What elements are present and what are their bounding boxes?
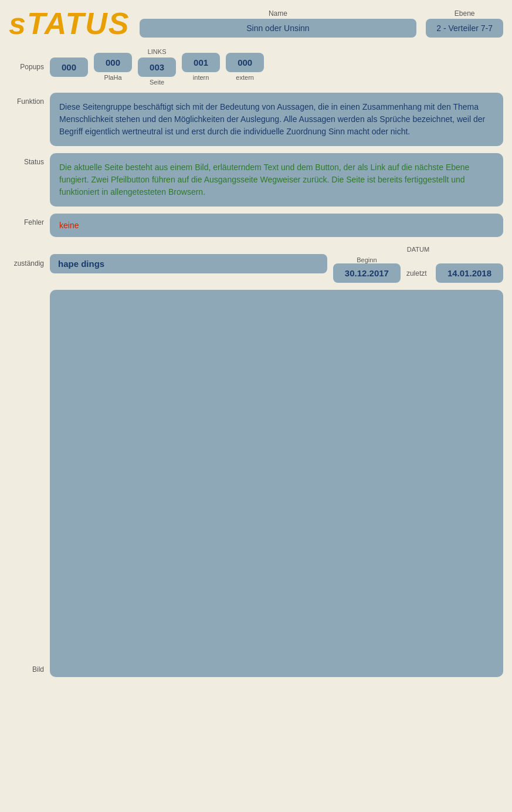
fehler-text: keine	[59, 221, 79, 230]
plaha-value[interactable]: 000	[94, 53, 132, 72]
zuletzt-label: zuletzt	[406, 260, 430, 278]
fehler-section: Fehler keine	[9, 214, 503, 237]
datum-label: DATUM	[407, 246, 429, 253]
header-row: sTATUS Name Sinn oder Unsinn Ebene 2 - V…	[9, 6, 503, 41]
intern-badge-wrap: 001 intern	[182, 53, 220, 81]
bild-section: Bild	[9, 290, 503, 677]
links-label: LINKS	[148, 48, 167, 55]
name-value[interactable]: Sinn oder Unsinn	[140, 19, 417, 38]
beginn-value[interactable]: 30.12.2017	[333, 263, 401, 283]
fehler-box[interactable]: keine	[50, 214, 503, 237]
plaha-badge-wrap: 000 PlaHa	[94, 53, 132, 81]
zustaendig-row: zuständig hape dings DATUM Beginn 30.12.…	[9, 244, 503, 283]
bild-label: Bild	[9, 290, 44, 674]
extern-badge-wrap: 000 extern	[226, 53, 264, 81]
popups-label: Popups	[9, 63, 44, 71]
ebene-field-wrap: Ebene 2 - Verteiler 7-7	[426, 9, 503, 38]
ebene-value[interactable]: 2 - Verteiler 7-7	[426, 19, 503, 38]
intern-value[interactable]: 001	[182, 53, 220, 72]
funktion-section: Funktion Diese Seitengruppe beschäftigt …	[9, 93, 503, 146]
app-title: sTATUS	[9, 6, 130, 41]
name-field-wrap: Name Sinn oder Unsinn	[140, 9, 417, 38]
zuletzt-wrap: 14.01.2018	[436, 254, 503, 283]
extern-label: extern	[236, 74, 254, 81]
funktion-text[interactable]: Diese Seitengruppe beschäftigt sich mit …	[50, 93, 503, 146]
name-label: Name	[269, 9, 287, 18]
zustaendig-label: zuständig	[9, 259, 44, 268]
bild-box	[50, 290, 503, 677]
ebene-label: Ebene	[455, 9, 475, 18]
popups-badge-wrap: 000	[50, 57, 88, 77]
person-badge-wrap: hape dings	[50, 254, 327, 273]
extern-value[interactable]: 000	[226, 53, 264, 72]
datum-group: DATUM Beginn 30.12.2017 zuletzt 14.01.20…	[333, 244, 503, 283]
status-section: Status Die aktuelle Seite besteht aus ei…	[9, 153, 503, 207]
beginn-label: Beginn	[357, 256, 377, 263]
seite-value[interactable]: 003	[138, 57, 176, 77]
person-value[interactable]: hape dings	[50, 254, 327, 273]
status-text[interactable]: Die aktuelle Seite besteht aus einem Bil…	[50, 153, 503, 207]
popups-value[interactable]: 000	[50, 57, 88, 77]
funktion-label: Funktion	[9, 93, 44, 106]
links-seite-wrap: LINKS 003 Seite	[138, 48, 176, 86]
status-label: Status	[9, 153, 44, 166]
beginn-wrap: Beginn 30.12.2017	[333, 255, 401, 283]
plaha-label: PlaHa	[104, 74, 122, 81]
seite-label: Seite	[150, 79, 164, 86]
zuletzt-value[interactable]: 14.01.2018	[436, 263, 503, 283]
popups-row: Popups 000 000 PlaHa LINKS 003 Seite 001…	[9, 48, 503, 86]
fehler-label: Fehler	[9, 214, 44, 226]
intern-label: intern	[193, 74, 209, 81]
